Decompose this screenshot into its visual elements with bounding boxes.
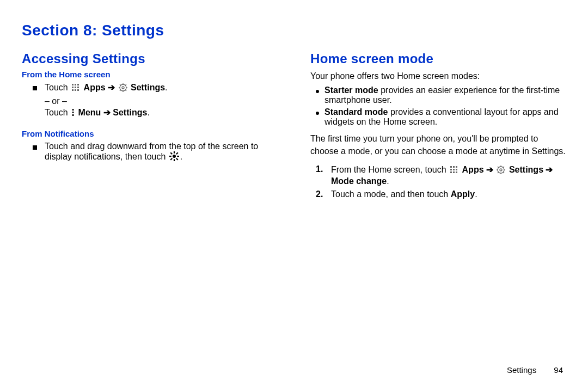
instruction-item: Touch and drag downward from the top of …: [22, 142, 278, 163]
step-number: 1.: [316, 164, 326, 174]
svg-line-49: [498, 172, 499, 173]
disc-bullet-icon: [316, 112, 319, 115]
svg-line-31: [176, 152, 178, 154]
apps-grid-icon: [71, 83, 80, 94]
notification-instruction-text: Touch and drag downward from the top of …: [45, 142, 278, 163]
mode-item: Standard mode provides a conventional la…: [310, 107, 566, 127]
standard-mode-label: Standard mode: [324, 107, 388, 117]
svg-rect-2: [75, 84, 76, 85]
instruction-text-alt: Touch Menu ➔ Settings.: [22, 107, 278, 119]
svg-line-47: [498, 167, 499, 168]
svg-rect-7: [72, 89, 74, 91]
apps-label: Apps: [84, 83, 106, 92]
settings-gear-icon: [169, 151, 179, 163]
first-time-text: The first time you turn your phone on, y…: [310, 132, 566, 157]
settings-label: Settings: [509, 165, 543, 174]
step-number: 2.: [316, 189, 326, 199]
square-bullet-icon: [33, 86, 37, 90]
svg-line-28: [170, 152, 172, 154]
step-item: 2. Touch a mode, and then touch Apply.: [310, 189, 566, 199]
step-text: From the Home screen, touch Apps ➔: [331, 164, 566, 186]
svg-rect-40: [456, 171, 457, 173]
period: .: [475, 189, 477, 199]
section-title: Section 8: Settings: [22, 22, 566, 39]
svg-point-42: [500, 169, 502, 171]
page-number: 94: [554, 365, 563, 375]
period: .: [147, 108, 149, 117]
starter-mode-label: Starter mode: [324, 85, 378, 95]
svg-rect-21: [72, 112, 74, 113]
period: .: [165, 83, 167, 92]
svg-rect-33: [453, 166, 455, 168]
svg-line-16: [120, 84, 121, 85]
page-footer: Settings 94: [507, 365, 563, 375]
instruction-item: Touch Apps ➔: [22, 82, 278, 95]
svg-rect-20: [72, 109, 74, 111]
svg-rect-37: [456, 169, 457, 170]
svg-rect-39: [453, 171, 455, 173]
text: Touch: [45, 108, 70, 117]
svg-rect-34: [456, 166, 457, 168]
svg-line-48: [503, 172, 504, 173]
left-column: Accessing Settings From the Home screen …: [22, 51, 278, 203]
svg-point-11: [122, 87, 124, 89]
accessing-settings-heading: Accessing Settings: [22, 51, 278, 66]
menu-dots-icon: [71, 108, 75, 119]
svg-rect-4: [72, 87, 74, 88]
two-column-layout: Accessing Settings From the Home screen …: [22, 51, 566, 203]
svg-rect-35: [450, 169, 452, 170]
text: Touch: [45, 83, 70, 92]
svg-rect-6: [77, 87, 79, 88]
square-bullet-icon: [33, 145, 37, 150]
svg-rect-32: [450, 166, 452, 168]
svg-line-19: [125, 84, 126, 85]
svg-rect-3: [77, 84, 79, 85]
or-divider-text: – or –: [22, 96, 278, 106]
svg-line-29: [176, 158, 178, 160]
right-column: Home screen mode Your phone offers two H…: [310, 51, 566, 203]
home-screen-mode-heading: Home screen mode: [310, 51, 566, 66]
svg-rect-8: [75, 89, 76, 91]
footer-section-label: Settings: [507, 365, 536, 375]
from-notifications-subheading: From Notifications: [22, 129, 278, 138]
arrow-icon: ➔: [108, 83, 115, 92]
text: Touch a mode, and then touch: [331, 189, 451, 199]
from-home-screen-subheading: From the Home screen: [22, 70, 278, 79]
arrow-icon: ➔: [486, 165, 493, 174]
disc-bullet-icon: [316, 90, 319, 93]
svg-rect-5: [75, 87, 76, 88]
svg-point-23: [173, 155, 176, 158]
text: Touch and drag downward from the top of …: [45, 142, 258, 161]
apply-label: Apply: [451, 189, 475, 199]
mode-text: Starter mode provides an easier experien…: [324, 85, 566, 105]
apps-label: Apps: [462, 165, 484, 174]
apps-grid-icon: [450, 166, 458, 176]
svg-rect-22: [72, 114, 74, 116]
step-item: 1. From the Home screen, touch Apps ➔: [310, 164, 566, 186]
period: .: [387, 176, 389, 186]
svg-rect-1: [72, 84, 74, 85]
menu-settings-label: Menu ➔ Settings: [78, 108, 148, 117]
svg-line-18: [120, 90, 121, 91]
settings-label: Settings: [131, 83, 165, 92]
svg-line-50: [503, 167, 504, 168]
mode-text: Standard mode provides a conventional la…: [324, 107, 566, 127]
svg-rect-36: [453, 169, 455, 170]
text: From the Home screen, touch: [331, 165, 449, 174]
settings-gear-icon: [497, 166, 505, 176]
svg-line-30: [170, 158, 172, 160]
svg-line-17: [125, 90, 126, 91]
intro-text: Your phone offers two Home screen modes:: [310, 70, 566, 82]
settings-gear-icon: [119, 83, 127, 94]
mode-item: Starter mode provides an easier experien…: [310, 85, 566, 105]
step-text: Touch a mode, and then touch Apply.: [331, 189, 477, 199]
svg-rect-38: [450, 171, 452, 173]
period: .: [180, 152, 182, 161]
instruction-text: Touch Apps ➔: [45, 82, 168, 95]
svg-rect-9: [77, 89, 79, 91]
